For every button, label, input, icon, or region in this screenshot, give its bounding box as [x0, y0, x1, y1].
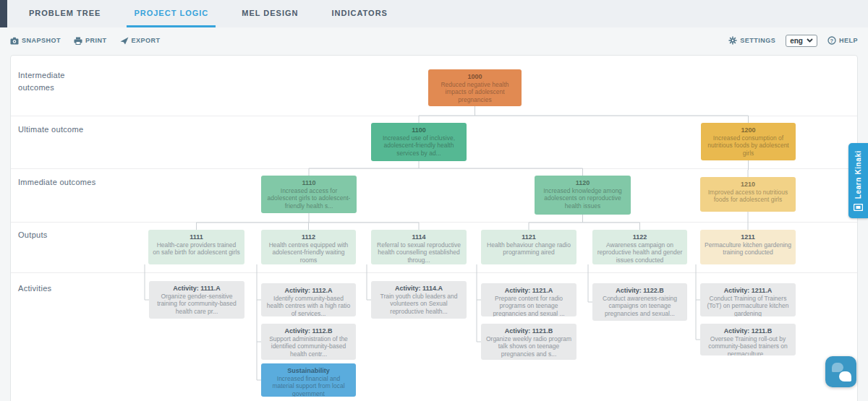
node-text: Improved access to nutritious foods for …: [705, 189, 791, 204]
node-text: Health-care providers trained on safe bi…: [153, 241, 240, 256]
node-code: Activity: 1211.A: [705, 287, 791, 294]
row-label-outputs: Outputs: [18, 229, 48, 241]
node-text: Prepare content for radio programs on te…: [485, 295, 572, 316]
node-code: Activity: 1112.B: [265, 327, 352, 335]
row-divider: [11, 168, 857, 169]
node-code: Activity: 1111.A: [153, 285, 240, 292]
node-text: Health behaviour change radio programmin…: [485, 241, 572, 256]
node-code: 1211: [705, 233, 791, 241]
node-code: 1111: [153, 233, 240, 241]
node-text: Organize gender-sensitive training for c…: [153, 293, 240, 315]
node-n1210[interactable]: 1210Improved access to nutritious foods …: [700, 177, 796, 212]
node-n1112[interactable]: 1112Health centres equipped with adolesc…: [261, 230, 356, 264]
node-code: 1000: [433, 73, 517, 80]
tutorial-icon: [854, 204, 863, 211]
node-text: Identify community-based health centres …: [265, 295, 352, 316]
node-text: Conduct awareness-raising campaigns on t…: [597, 295, 683, 317]
node-a1122B[interactable]: Activity: 1122.BConduct awareness-raisin…: [592, 283, 687, 321]
node-a1121A[interactable]: Activity: 1121.APrepare content for radi…: [481, 283, 576, 316]
node-text: Oversee Training roll-out by community-b…: [705, 335, 791, 355]
row-divider: [11, 272, 857, 273]
node-n1111[interactable]: 1111Health-care providers trained on saf…: [148, 230, 244, 264]
node-n1120[interactable]: 1120Increased knowledge among adolescent…: [535, 176, 631, 215]
node-text: Increased financial and material support…: [265, 375, 352, 397]
node-code: Activity: 1112.A: [265, 287, 352, 294]
node-text: Conduct Training of Trainers (ToT) on pe…: [705, 295, 791, 316]
node-sust[interactable]: SustainabilityIncreased financial and ma…: [261, 363, 356, 397]
node-code: 1210: [705, 181, 791, 188]
node-a1211A[interactable]: Activity: 1211.AConduct Training of Trai…: [700, 283, 796, 316]
row-divider: [11, 116, 857, 116]
node-code: 1121: [485, 233, 572, 241]
node-code: 1122: [597, 233, 683, 241]
node-a1114A[interactable]: Activity: 1114.ATrain youth club leaders…: [371, 281, 467, 319]
node-code: 1114: [375, 233, 462, 241]
node-n1100[interactable]: 1100Increased use of inclusive, adolesce…: [371, 123, 467, 161]
row-label-immediate-outcomes: Immediate outcomes: [18, 176, 96, 189]
node-n1114[interactable]: 1114Referral to sexual reproductive heal…: [371, 230, 467, 264]
node-n1211[interactable]: 1211Permaculture kitchen gardening train…: [700, 230, 796, 264]
node-text: Reduced negative health impacts of adole…: [433, 81, 517, 103]
node-n1000[interactable]: 1000Reduced negative health impacts of a…: [428, 69, 522, 106]
row-label-activities: Activities: [18, 283, 51, 295]
row-label-ultimate-outcome: Ultimate outcome: [18, 124, 83, 136]
node-text: Awareness campaign on reproductive healt…: [597, 241, 683, 264]
chat-bubble-icon: [832, 363, 843, 372]
node-code: 1112: [265, 233, 352, 241]
node-code: Activity: 1122.B: [597, 287, 683, 294]
node-a1112B[interactable]: Activity: 1112.BSupport administration o…: [261, 324, 356, 360]
logic-canvas: Intermediate outcomes Ultimate outcome I…: [0, 0, 868, 401]
node-a1121B[interactable]: Activity: 1121.BOrganize weekly radio pr…: [481, 324, 576, 360]
node-n1121[interactable]: 1121Health behaviour change radio progra…: [481, 230, 576, 264]
node-text: Support administration of the identified…: [265, 335, 352, 358]
node-code: Activity: 1211.B: [705, 327, 791, 335]
node-code: Activity: 1121.A: [485, 287, 572, 294]
node-text: Organize weekly radio program talk shows…: [485, 335, 572, 358]
node-n1200[interactable]: 1200Increased consumption of nutritious …: [701, 123, 796, 160]
learn-kinaki-tab[interactable]: Learn Kinaki: [848, 143, 868, 218]
node-text: Health centres equipped with adolescent-…: [265, 241, 352, 264]
node-code: 1120: [539, 179, 626, 186]
node-text: Referral to sexual reproductive health c…: [375, 241, 462, 264]
node-a1111A[interactable]: Activity: 1111.AOrganize gender-sensitiv…: [149, 281, 244, 319]
node-text: Increased access for adolescent girls to…: [265, 187, 352, 210]
node-text: Train youth club leaders and volunteers …: [375, 293, 462, 315]
node-text: Increased knowledge among adolescents on…: [539, 187, 626, 210]
node-code: Sustainability: [265, 367, 352, 374]
node-a1112A[interactable]: Activity: 1112.AIdentify community-based…: [261, 283, 356, 316]
chat-button[interactable]: [825, 356, 856, 387]
node-code: 1110: [265, 179, 352, 186]
learn-kinaki-label: Learn Kinaki: [854, 150, 862, 199]
node-text: Permaculture kitchen gardening training …: [705, 241, 791, 256]
node-a1211B[interactable]: Activity: 1211.BOversee Training roll-ou…: [700, 324, 796, 355]
node-n1122[interactable]: 1122Awareness campaign on reproductive h…: [592, 230, 687, 264]
node-code: 1100: [375, 126, 462, 134]
node-text: Increased consumption of nutritious food…: [705, 134, 791, 157]
row-label-intermediate-outcomes: Intermediate outcomes: [18, 69, 85, 93]
node-n1110[interactable]: 1110Increased access for adolescent girl…: [261, 176, 357, 213]
node-text: Increased use of inclusive, adolescent-f…: [375, 134, 462, 157]
node-code: 1200: [705, 126, 791, 134]
node-code: Activity: 1121.B: [485, 327, 572, 335]
chat-bubble-icon: [839, 371, 851, 381]
row-divider: [11, 222, 857, 223]
node-code: Activity: 1114.A: [375, 285, 462, 292]
